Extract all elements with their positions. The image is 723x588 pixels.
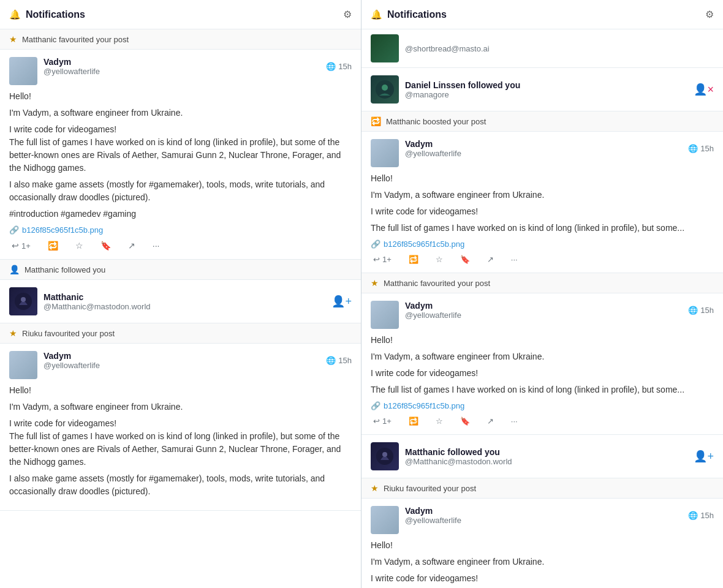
- right-post-meta-3: Vadym @yellowafterlife 🌐 15h: [405, 506, 714, 525]
- right-panel-scroll: @shortbread@masto.ai Daniel Linssen foll: [362, 29, 723, 588]
- right-avatar-1: [371, 139, 399, 167]
- right-fav-icon-2: ☆: [436, 417, 443, 426]
- right-line-3-1: Hello!: [371, 539, 714, 552]
- shortbread-avatar: [371, 34, 399, 62]
- right-link-icon-1: 🔗: [371, 239, 380, 249]
- right-globe-2: 🌐: [688, 306, 698, 315]
- right-username-2[interactable]: @yellowafterlife: [405, 311, 461, 320]
- boost-banner-1: 🔁 Matthanic boosted your post: [362, 111, 723, 132]
- post-meta-1: Vadym @yellowafterlife 🌐 15h: [44, 57, 352, 76]
- right-boost-btn-1[interactable]: 🔁: [406, 254, 421, 265]
- reply-btn-1[interactable]: ↩ 1+: [9, 239, 33, 252]
- attachment-link-1[interactable]: 🔗 b126f85c965f1c5b.png: [9, 225, 352, 235]
- right-fav-icon-1: ☆: [436, 255, 443, 264]
- follow-add-btn-1[interactable]: 👤+: [331, 295, 352, 308]
- right-username-1[interactable]: @yellowafterlife: [405, 149, 461, 158]
- post-meta-2: Vadym @yellowafterlife 🌐 15h: [44, 351, 352, 370]
- right-post-card-2: Vadym @yellowafterlife 🌐 15h Hello! I'm …: [362, 293, 723, 435]
- share-btn-1[interactable]: ↗: [126, 239, 138, 252]
- right-timestamp-3: 🌐 15h: [688, 511, 714, 520]
- display-name-2[interactable]: Vadym: [44, 351, 100, 361]
- follow-card-daniel: Daniel Linssen followed you @managore 👤×: [362, 68, 723, 111]
- avatar-2-placeholder: [9, 351, 37, 379]
- bm-icon-1: 🔖: [100, 241, 111, 251]
- post-line-1-5: #introduction #gamedev #gaming: [9, 208, 352, 221]
- right-post-meta-top-1: Vadym @yellowafterlife 🌐 15h: [405, 139, 714, 158]
- avatar-1: [9, 57, 37, 85]
- right-post-meta-top-2: Vadym @yellowafterlife 🌐 15h: [405, 301, 714, 320]
- bell-icon: 🔔: [9, 9, 21, 20]
- avatar-2: [9, 351, 37, 379]
- follow-add-btn-matthanic-right[interactable]: 👤+: [694, 450, 714, 463]
- right-reply-count-2: 1+: [382, 417, 392, 426]
- share-icon-1: ↗: [128, 241, 135, 251]
- attachment-name-1: b126f85c965f1c5b.png: [22, 225, 103, 235]
- right-author-group-2: Vadym @yellowafterlife: [405, 301, 461, 320]
- right-settings-icon[interactable]: ⚙: [705, 9, 714, 20]
- username-1[interactable]: @yellowafterlife: [44, 67, 100, 76]
- follow-remove-btn-daniel[interactable]: 👤×: [694, 83, 714, 96]
- right-post-meta-1: Vadym @yellowafterlife 🌐 15h: [405, 139, 714, 158]
- right-bell-icon: 🔔: [371, 9, 382, 20]
- more-btn-1[interactable]: ···: [150, 239, 162, 252]
- right-bm-btn-1[interactable]: 🔖: [458, 254, 472, 265]
- right-fav-btn-1[interactable]: ☆: [433, 254, 445, 265]
- boost-btn-1[interactable]: 🔁: [45, 239, 61, 252]
- left-settings-icon[interactable]: ⚙: [343, 9, 352, 20]
- boost-banner-1-text: Matthanic boosted your post: [386, 117, 486, 126]
- follow-banner-1-text: Matthanic followed you: [25, 265, 105, 274]
- top-partial-item: @shortbread@masto.ai: [362, 29, 723, 68]
- right-header-title-group: 🔔 Notifications: [371, 9, 447, 20]
- right-attachment-name-1: b126f85c965f1c5b.png: [384, 239, 464, 249]
- matthanic-right-avatar-img: [376, 448, 393, 465]
- username-2[interactable]: @yellowafterlife: [44, 361, 100, 370]
- right-line-3-2: I'm Vadym, a software engineer from Ukra…: [371, 556, 714, 568]
- right-ts-3: 15h: [700, 511, 714, 520]
- right-panel-header: 🔔 Notifications ⚙: [362, 0, 723, 29]
- right-panel: 🔔 Notifications ⚙ @shortbread@masto.ai: [362, 0, 723, 588]
- right-ts-2: 15h: [700, 306, 714, 315]
- right-more-btn-2[interactable]: ···: [509, 415, 520, 427]
- right-share-btn-2[interactable]: ↗: [485, 415, 496, 427]
- right-boost-icon-2: 🔁: [409, 417, 418, 426]
- shortbread-handle[interactable]: @shortbread@masto.ai: [405, 44, 714, 53]
- favourite-btn-1[interactable]: ☆: [73, 239, 86, 252]
- left-panel-scroll: ★ Matthanic favourited your post Vadym @…: [0, 29, 361, 588]
- follow-banner-1: 👤 Matthanic followed you: [0, 260, 361, 280]
- right-favourite-banner-1-text: Matthanic favourited your post: [384, 279, 490, 288]
- follow-display-1[interactable]: Matthanic: [44, 292, 151, 302]
- right-share-icon-2: ↗: [487, 417, 494, 426]
- right-display-name-1[interactable]: Vadym: [405, 139, 461, 149]
- right-share-btn-1[interactable]: ↗: [485, 254, 496, 265]
- post-header-1: Vadym @yellowafterlife 🌐 15h: [9, 57, 352, 85]
- right-username-3[interactable]: @yellowafterlife: [405, 516, 461, 525]
- follow-info-1: Matthanic @Matthanic@mastodon.world: [9, 287, 151, 315]
- right-reply-btn-2[interactable]: ↩ 1+: [371, 415, 394, 427]
- post-line-1-1: Hello!: [9, 90, 352, 103]
- right-display-name-2[interactable]: Vadym: [405, 301, 461, 311]
- bookmark-btn-1[interactable]: 🔖: [98, 239, 113, 252]
- left-header-title-group: 🔔 Notifications: [9, 9, 85, 20]
- right-display-name-3[interactable]: Vadym: [405, 506, 461, 516]
- right-bm-btn-2[interactable]: 🔖: [458, 415, 472, 427]
- right-line-2-2: I'm Vadym, a software engineer from Ukra…: [371, 350, 714, 363]
- right-post-meta-top-3: Vadym @yellowafterlife 🌐 15h: [405, 506, 714, 525]
- display-name-1[interactable]: Vadym: [44, 57, 100, 67]
- star-icon-1: ★: [9, 34, 17, 44]
- right-post-header-2: Vadym @yellowafterlife 🌐 15h: [371, 301, 714, 329]
- right-attachment-1[interactable]: 🔗 b126f85c965f1c5b.png: [371, 239, 714, 249]
- star-icon-2: ★: [9, 328, 17, 338]
- right-more-btn-1[interactable]: ···: [509, 254, 520, 265]
- right-boost-btn-2[interactable]: 🔁: [406, 415, 421, 427]
- follow-handle-matthanic-right[interactable]: @Matthanic@mastodon.world: [405, 457, 512, 466]
- right-timestamp-1: 🌐 15h: [688, 144, 714, 153]
- post-meta-top-2: Vadym @yellowafterlife 🌐 15h: [44, 351, 352, 370]
- follow-handle-daniel[interactable]: @managore: [405, 90, 520, 99]
- right-author-group-1: Vadym @yellowafterlife: [405, 139, 461, 158]
- right-post-card-1: Vadym @yellowafterlife 🌐 15h Hello! I'm …: [362, 132, 723, 273]
- right-fav-btn-2[interactable]: ☆: [433, 415, 445, 427]
- follow-handle-1[interactable]: @Matthanic@mastodon.world: [44, 302, 151, 311]
- matthanic-avatar-img: [15, 293, 32, 310]
- right-attachment-2[interactable]: 🔗 b126f85c965f1c5b.png: [371, 401, 714, 410]
- right-reply-btn-1[interactable]: ↩ 1+: [371, 254, 394, 265]
